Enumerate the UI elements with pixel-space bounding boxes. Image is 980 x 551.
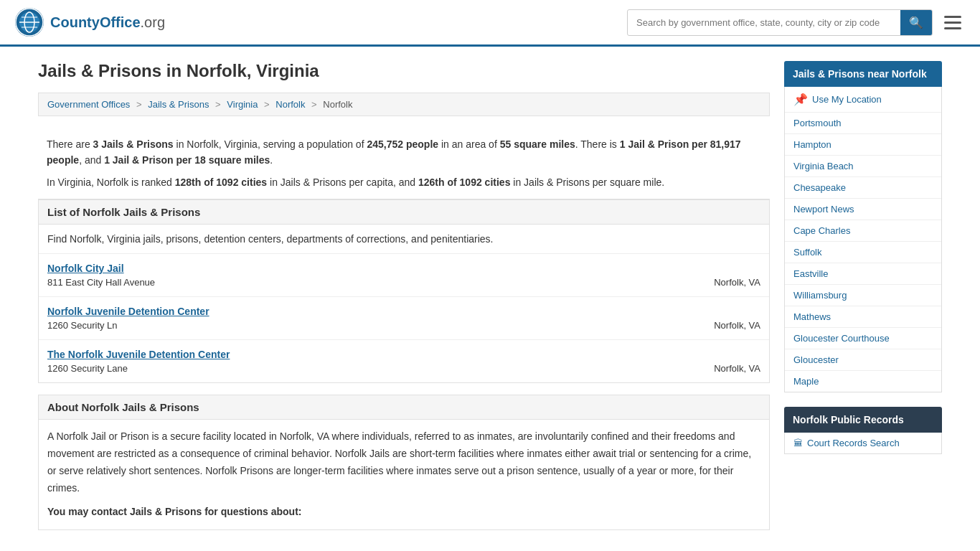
facility-name-2[interactable]: The Norfolk Juvenile Detention Center: [47, 349, 230, 360]
intro-bold5: 1 Jail & Prison per 18 square miles: [104, 154, 270, 166]
use-location-item[interactable]: 📌 Use My Location: [785, 87, 941, 113]
list-item: Cape Charles: [785, 220, 941, 242]
list-description: Find Norfolk, Virginia jails, prisons, d…: [39, 225, 769, 254]
facility-item: Norfolk City Jail 811 East City Hall Ave…: [39, 254, 769, 297]
search-input[interactable]: [628, 11, 900, 34]
court-icon: 🏛: [793, 438, 803, 448]
facility-name-0[interactable]: Norfolk City Jail: [47, 263, 124, 274]
list-item: Suffolk: [785, 242, 941, 263]
sidebar-link-hampton[interactable]: Hampton: [785, 134, 941, 155]
breadcrumb: Government Offices > Jails & Prisons > V…: [38, 93, 770, 116]
breadcrumb-sep-1: >: [136, 99, 142, 110]
intro-text2: in Norfolk, Virginia, serving a populati…: [174, 138, 367, 150]
facility-address-1: 1260 Security Ln: [47, 320, 118, 331]
menu-line-3: [944, 27, 961, 29]
facility-name-1[interactable]: Norfolk Juvenile Detention Center: [47, 306, 209, 317]
sidebar-link-newport[interactable]: Newport News: [785, 199, 941, 220]
list-item: Virginia Beach: [785, 156, 941, 177]
court-records-label: Court Records Search: [807, 438, 900, 448]
intro-text8: in Jails & Prisons per capita, and: [267, 176, 418, 188]
intro-text4: . There is: [575, 138, 620, 150]
facility-address-0: 811 East City Hall Avenue: [47, 277, 155, 288]
list-item: 🏛 Court Records Search: [785, 433, 941, 453]
breadcrumb-item-norfolk2: Norfolk: [323, 99, 352, 110]
facility-address-2: 1260 Security Lane: [47, 363, 128, 374]
jails-near-title: Jails & Prisons near Norfolk: [784, 61, 942, 87]
intro-text9: in Jails & Prisons per square mile.: [510, 176, 664, 188]
intro-text: There are 3 Jails & Prisons in Norfolk, …: [38, 128, 770, 199]
list-item: Maple: [785, 371, 941, 392]
about-header: About Norfolk Jails & Prisons: [39, 395, 769, 420]
main-content: Jails & Prisons in Norfolk, Virginia Gov…: [38, 61, 770, 542]
public-records-list: 🏛 Court Records Search: [784, 433, 942, 454]
facility-row-2: 1260 Security Lane Norfolk, VA: [47, 363, 760, 374]
sidebar-link-eastville[interactable]: Eastville: [785, 263, 941, 284]
sidebar-link-chesapeake[interactable]: Chesapeake: [785, 177, 941, 198]
list-item: Portsmouth: [785, 113, 941, 134]
intro-bold6: 128th of 1092 cities: [175, 176, 267, 188]
list-item: Gloucester: [785, 349, 941, 371]
breadcrumb-sep-3: >: [264, 99, 270, 110]
intro-bold7: 126th of 1092 cities: [418, 176, 510, 188]
list-section-header: List of Norfolk Jails & Prisons: [39, 200, 769, 225]
use-location-link[interactable]: Use My Location: [812, 94, 882, 105]
breadcrumb-sep-2: >: [215, 99, 221, 110]
breadcrumb-sep-4: >: [311, 99, 317, 110]
breadcrumb-item-virginia[interactable]: Virginia: [227, 99, 258, 110]
about-section: About Norfolk Jails & Prisons A Norfolk …: [38, 395, 770, 530]
logo-icon: [14, 7, 44, 37]
sidebar-link-gloucester[interactable]: Gloucester: [785, 349, 941, 370]
list-item: Eastville: [785, 263, 941, 285]
intro-bold1: 3 Jails & Prisons: [93, 138, 174, 150]
facility-row-0: 811 East City Hall Avenue Norfolk, VA: [47, 277, 760, 288]
sidebar-link-williamsburg[interactable]: Williamsburg: [785, 285, 941, 306]
search-bar: 🔍: [627, 9, 933, 36]
sidebar-link-cape-charles[interactable]: Cape Charles: [785, 220, 941, 241]
facility-item: Norfolk Juvenile Detention Center 1260 S…: [39, 297, 769, 340]
logo-text: CountyOffice.org: [50, 14, 165, 31]
menu-button[interactable]: [940, 11, 966, 34]
list-item: Williamsburg: [785, 285, 941, 306]
sidebar-link-mathews[interactable]: Mathews: [785, 306, 941, 327]
list-item: Mathews: [785, 306, 941, 328]
menu-line-2: [944, 22, 961, 24]
intro-text5: , and: [79, 154, 104, 166]
list-item: Hampton: [785, 134, 941, 156]
intro-text1: There are: [47, 138, 93, 150]
intro-text7: In Virginia, Norfolk is ranked: [47, 176, 175, 188]
sidebar-link-portsmouth[interactable]: Portsmouth: [785, 113, 941, 133]
sidebar-link-maple[interactable]: Maple: [785, 371, 941, 392]
menu-line-1: [944, 16, 961, 18]
list-item: Gloucester Courthouse: [785, 328, 941, 349]
sidebar: Jails & Prisons near Norfolk 📌 Use My Lo…: [784, 61, 942, 542]
facility-city-0: Norfolk, VA: [714, 277, 760, 288]
intro-bold3: 55 square miles: [500, 138, 575, 150]
about-text: A Norfolk Jail or Prison is a secure fac…: [39, 420, 769, 529]
public-records-section: Norfolk Public Records 🏛 Court Records S…: [784, 407, 942, 454]
facility-city-1: Norfolk, VA: [714, 320, 760, 331]
breadcrumb-item-norfolk1[interactable]: Norfolk: [275, 99, 305, 110]
breadcrumb-item-jails[interactable]: Jails & Prisons: [148, 99, 209, 110]
intro-bold2: 245,752 people: [367, 138, 438, 150]
facility-row-1: 1260 Security Ln Norfolk, VA: [47, 320, 760, 331]
sidebar-link-court-records[interactable]: 🏛 Court Records Search: [785, 433, 941, 453]
header: CountyOffice.org 🔍: [0, 0, 980, 47]
page-title: Jails & Prisons in Norfolk, Virginia: [38, 61, 770, 81]
contact-heading: You may contact Jails & Prisons for ques…: [47, 504, 760, 521]
facility-item: The Norfolk Juvenile Detention Center 12…: [39, 340, 769, 382]
logo-area: CountyOffice.org: [14, 7, 165, 37]
sidebar-link-vb[interactable]: Virginia Beach: [785, 156, 941, 176]
intro-text3: in an area of: [438, 138, 500, 150]
sidebar-link-gloucester-ch[interactable]: Gloucester Courthouse: [785, 328, 941, 349]
intro-text6: .: [270, 154, 273, 166]
breadcrumb-item-gov[interactable]: Government Offices: [47, 99, 130, 110]
search-button[interactable]: 🔍: [900, 10, 932, 35]
list-item: Newport News: [785, 199, 941, 220]
location-pin-icon: 📌: [793, 93, 808, 106]
jails-near-list: 📌 Use My Location Portsmouth Hampton Vir…: [784, 87, 942, 392]
page-container: Jails & Prisons in Norfolk, Virginia Gov…: [24, 47, 956, 551]
sidebar-link-suffolk[interactable]: Suffolk: [785, 242, 941, 263]
list-section: List of Norfolk Jails & Prisons Find Nor…: [38, 199, 770, 383]
public-records-title: Norfolk Public Records: [784, 407, 942, 433]
list-item: Chesapeake: [785, 177, 941, 199]
